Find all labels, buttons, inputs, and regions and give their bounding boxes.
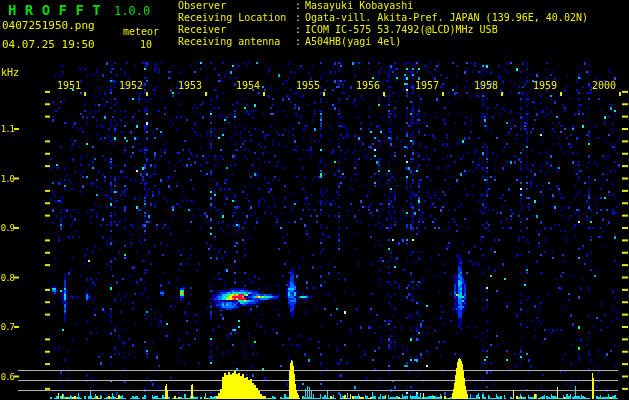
info-label: Receiving Location (178, 13, 286, 23)
output-filename: 0407251950.png (2, 20, 95, 31)
info-label: Observer (178, 1, 226, 11)
time-label: 1957 (410, 81, 444, 91)
freq-label: 0.9 (0, 224, 14, 233)
info-colon: : (295, 25, 301, 35)
time-label: 1951 (52, 81, 86, 91)
freq-label: 1.0 (0, 175, 14, 184)
time-label: 1955 (291, 81, 325, 91)
info-colon: : (295, 13, 301, 23)
info-value: Ogata-vill. Akita-Pref. JAPAN (139.96E, … (305, 13, 588, 23)
freq-label: 0.8 (0, 274, 14, 283)
hrofft-window: H R O F F T 1.0.0 0407251950.png meteor … (0, 0, 629, 400)
time-label: 1954 (231, 81, 265, 91)
duration-count: 10 (140, 40, 152, 50)
mode-label: meteor (123, 27, 159, 37)
start-datetime: 04.07.25 19:50 (2, 39, 95, 50)
info-value: A504HB(yagi 4el) (305, 37, 401, 47)
time-label: 1956 (351, 81, 385, 91)
info-colon: : (295, 37, 301, 47)
freq-label: 0.6 (0, 373, 14, 382)
freq-axis-unit: kHz (1, 68, 19, 78)
time-label: 1959 (528, 81, 562, 91)
app-title: H R O F F T (8, 3, 101, 17)
info-value: Masayuki Kobayashi (305, 1, 413, 11)
info-label: Receiving antenna (178, 37, 280, 47)
time-label: 1953 (173, 81, 207, 91)
freq-label: 1.1 (0, 125, 14, 134)
time-label: 1952 (114, 81, 148, 91)
info-value: ICOM IC-575 53.7492(@LCD)MHz USB (305, 25, 498, 35)
time-label: 1958 (469, 81, 503, 91)
freq-label: 0.7 (0, 323, 14, 332)
info-colon: : (295, 1, 301, 11)
info-label: Receiver (178, 25, 226, 35)
app-version: 1.0.0 (114, 5, 150, 17)
time-label: 2000 (587, 81, 621, 91)
spectrogram-canvas (0, 0, 629, 400)
